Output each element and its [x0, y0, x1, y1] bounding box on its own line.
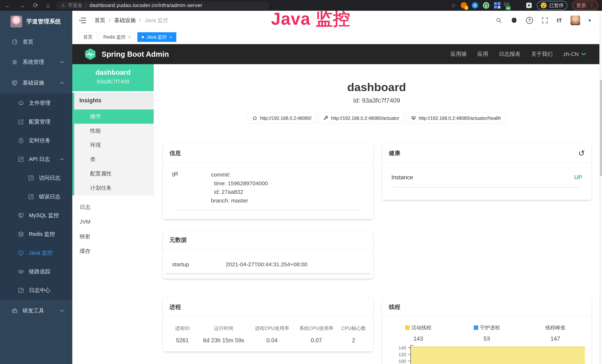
sidebar-item-api-log[interactable]: API 日志 — [0, 150, 72, 169]
process-col-pid: 进程ID 5261 — [167, 325, 197, 344]
insights-item-scheduled[interactable]: 计划任务 — [74, 181, 154, 195]
url-text[interactable]: dashboard.yudao.iocoder.cn/infra/admin-s… — [90, 2, 202, 8]
sba-nav-about[interactable]: 关于我们 — [531, 50, 553, 58]
health-url: http://192.168.0.2:48080/actuator/health — [419, 116, 501, 121]
close-icon[interactable]: × — [128, 34, 131, 40]
metadata-row: startup 2021-04-27T00:44:31.254+08:00 — [163, 250, 373, 268]
sidebar-item-mysql[interactable]: MySQL 监控 — [0, 206, 72, 225]
breadcrumb-home[interactable]: 首页 — [95, 17, 105, 24]
sidebar-item-label: API 日志 — [29, 156, 50, 163]
hamburger-icon[interactable] — [79, 17, 86, 23]
divider — [174, 210, 362, 211]
sba-nav-wallboard[interactable]: 应用墙 — [451, 50, 467, 58]
scrollbar-track[interactable] — [599, 11, 602, 364]
security-label[interactable]: 不安全 — [68, 2, 83, 9]
sidebar-item-jvm[interactable]: JVM — [72, 214, 154, 229]
extension-y-icon[interactable]: y — [483, 2, 489, 9]
actuator-url-link[interactable]: http://192.168.0.2:48080/actuator — [318, 113, 404, 124]
address-bar[interactable]: ⚠ 不安全 | dashboard.yudao.iocoder.cn/infra… — [56, 1, 269, 10]
sidebar-item-access-log[interactable]: 访问日志 — [0, 169, 72, 187]
profile-emoji-icon — [541, 2, 547, 8]
user-caret-icon[interactable]: ▾ — [589, 18, 591, 23]
sidebar-item-label: 系统管理 — [23, 58, 44, 66]
sba-logo-icon[interactable] — [84, 48, 97, 60]
home-icon[interactable]: ⌂ — [46, 2, 50, 9]
logo-image — [10, 16, 22, 27]
history-icon[interactable]: ↺ — [578, 149, 585, 158]
github-icon[interactable] — [511, 17, 517, 24]
sidebar-item-home[interactable]: 首页 — [0, 33, 72, 51]
sidebar-item-job[interactable]: 定时任务 — [0, 131, 72, 150]
font-size-icon[interactable]: tT — [557, 17, 562, 23]
sba-title[interactable]: Spring Boot Admin — [102, 50, 169, 58]
help-icon[interactable]: ? — [526, 17, 533, 24]
browser-menu-icon[interactable]: ⋮ — [589, 2, 594, 8]
health-url-link[interactable]: http://192.168.0.2:48080/actuator/health — [406, 113, 506, 124]
health-instance-label: Instance — [391, 174, 413, 181]
sidebar-item-infra[interactable]: 基础设施 — [0, 74, 72, 92]
update-button[interactable]: 更新 ⋮ — [572, 1, 598, 10]
reload-icon[interactable]: ⟳ — [33, 2, 38, 9]
extension-pin-icon[interactable] — [472, 2, 478, 9]
layers-icon — [18, 231, 24, 237]
breadcrumb-infra[interactable]: 基础设施 — [114, 17, 136, 24]
tab-home[interactable]: 首页 — [79, 32, 97, 42]
sidebar-item-redis[interactable]: Redis 监控 — [0, 225, 72, 244]
legend-label: 线程峰值 — [545, 324, 565, 331]
health-row[interactable]: Instance UP — [382, 163, 591, 181]
info-card-body: git commit: time: 1596289704000 id: 27aa… — [163, 163, 373, 211]
legend-value: 143 — [384, 335, 452, 342]
extension-grid-icon[interactable] — [494, 2, 497, 5]
sidebar-item-label: 基础设施 — [23, 79, 44, 86]
sidebar-item-config[interactable]: 配置管理 — [0, 112, 72, 131]
sidebar-item-caches[interactable]: 缓存 — [72, 244, 154, 258]
y-axis-tick: 100 — [382, 359, 406, 364]
bookmark-star-icon[interactable]: ☆ — [451, 2, 456, 9]
insights-item-configprops[interactable]: 配置属性 — [74, 167, 154, 181]
tab-java[interactable]: Java 监控 × — [137, 32, 176, 42]
avatar[interactable] — [570, 16, 580, 25]
sidebar-item-mappings[interactable]: 映射 — [72, 229, 154, 244]
sidebar-item-logfile[interactable]: 日志 — [72, 200, 154, 214]
tab-redis[interactable]: Redis 监控 × — [99, 32, 135, 42]
instance-header[interactable]: dashboard 93a3fc7f7409 — [72, 64, 154, 91]
extension-orange-icon[interactable]: 1 — [461, 2, 467, 9]
sba-nav-journal[interactable]: 日志报表 — [499, 50, 520, 58]
sidebar-item-java[interactable]: Java 监控 — [0, 244, 72, 262]
app-logo[interactable]: 芋道管理系统 — [0, 13, 72, 30]
legend-value: 147 — [521, 335, 590, 342]
process-card-header: 进程 — [163, 298, 373, 317]
fullscreen-icon[interactable] — [542, 17, 548, 24]
extension-leaf-icon[interactable] — [515, 2, 521, 9]
profile-paused-pill[interactable]: 已暂停 — [537, 1, 567, 10]
col-value: 5261 — [167, 337, 197, 344]
sidebar-item-devtools[interactable]: 研发工具 — [0, 301, 72, 320]
forward-icon[interactable]: → — [19, 2, 25, 9]
instance-id: 93a3fc7f7409 — [72, 79, 154, 85]
insights-item-details[interactable]: 细节 — [72, 109, 154, 124]
back-icon[interactable]: ← — [5, 2, 11, 9]
scrollbar-thumb[interactable] — [600, 80, 602, 176]
insights-item-environment[interactable]: 环境 — [74, 138, 154, 152]
sidebar-item-log-center[interactable]: 日志中心 — [0, 281, 72, 300]
process-col-sys-cpu: 系统CPU使用率 0.07 — [294, 325, 339, 344]
insights-group: 细节 性能 环境 类 配置属性 计划任务 — [72, 108, 154, 195]
sidebar-item-file[interactable]: 文件管理 — [0, 94, 72, 112]
locale-select[interactable]: zh-CN — [563, 51, 586, 57]
sidebar-item-error-log[interactable]: 错误日志 — [0, 187, 72, 206]
paused-label: 已暂停 — [549, 2, 564, 9]
extensions-puzzle-icon[interactable] — [526, 3, 532, 8]
service-url-link[interactable]: http://192.168.0.2:48080/ — [247, 113, 316, 124]
extension-list-icon[interactable]: on — [504, 2, 510, 9]
legend-daemon: 守护进程 53 — [452, 324, 521, 342]
wrench-icon — [323, 116, 328, 121]
search-icon[interactable] — [495, 17, 502, 24]
tags-bar: 首页 Redis 监控 × Java 监控 × — [72, 30, 599, 44]
sidebar-item-system[interactable]: 系统管理 — [0, 53, 72, 71]
service-url: http://192.168.0.2:48080/ — [260, 116, 312, 121]
sba-nav-applications[interactable]: 应用 — [477, 50, 488, 58]
close-icon[interactable]: × — [170, 34, 172, 40]
insights-item-classes[interactable]: 类 — [74, 152, 154, 167]
sidebar-item-trace[interactable]: 链路追踪 — [0, 262, 72, 281]
insights-item-metrics[interactable]: 性能 — [74, 124, 154, 138]
